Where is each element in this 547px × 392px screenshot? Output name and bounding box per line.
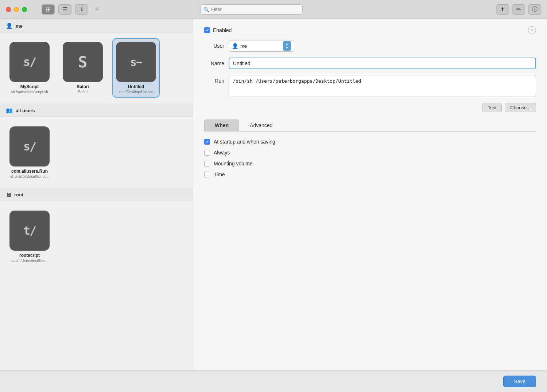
script-name-safari: Safari (77, 84, 89, 89)
section-header-allusers: 👥 all users (0, 103, 193, 117)
tab-advanced[interactable]: Advanced (239, 119, 283, 131)
script-item-comallusers[interactable]: s/ com.allusers.Run sh /usr/bin/local/sc… (6, 123, 53, 182)
detail-info-button[interactable]: ⓘ (528, 4, 541, 15)
name-field-label: Name (204, 60, 224, 66)
enabled-checkbox[interactable] (204, 27, 210, 33)
user-select[interactable]: 👤 me ▲ ▼ (229, 40, 294, 52)
main-layout: 👤 me s/ MyScript sh /opt/scripts/script.… (0, 19, 547, 370)
tabs-row: When Advanced (204, 119, 536, 132)
section-label-me: me (16, 23, 23, 29)
startup-label: At startup and when saving (214, 139, 275, 145)
persons-icon: 👥 (6, 107, 13, 114)
enabled-label: Enabled (213, 27, 232, 33)
script-icon-comallusers: s/ (9, 126, 50, 166)
enabled-left: Enabled (204, 27, 232, 33)
info-button[interactable]: ℹ (75, 4, 88, 15)
user-row: User 👤 me ▲ ▼ (204, 40, 536, 52)
mounting-label: Mounting volume (214, 161, 253, 166)
time-checkbox[interactable] (204, 172, 210, 177)
titlebar-right: ⬆ ✏ ⓘ (496, 4, 541, 15)
share-button[interactable]: ⬆ (496, 4, 509, 15)
startup-checkbox[interactable] (204, 139, 210, 145)
script-icon-myscript: s/ (9, 42, 50, 82)
script-path-myscript: sh /opt/scripts/script.sh (11, 90, 48, 94)
checkbox-row-startup: At startup and when saving (204, 139, 536, 145)
search-bar: 🔍 (201, 4, 303, 15)
save-button[interactable]: Save (503, 376, 536, 387)
run-textarea[interactable]: /bin/sh /Users/peterborgapps/Desktop/Unt… (229, 75, 536, 97)
always-checkbox[interactable] (204, 150, 210, 156)
search-icon: 🔍 (203, 7, 209, 12)
items-grid-me: s/ MyScript sh /opt/scripts/script.sh S … (0, 32, 193, 103)
time-label: Time (214, 172, 225, 177)
script-item-safari[interactable]: S Safari Safari (59, 38, 106, 98)
name-row: Name (204, 58, 536, 69)
script-item-rootscript[interactable]: t/ rootscript touch /Users/test/Des... (6, 207, 53, 266)
checkbox-row-mounting: Mounting volume (204, 161, 536, 166)
user-avatar-icon: 👤 (232, 43, 238, 49)
add-button[interactable]: + (92, 4, 102, 15)
maximize-button[interactable] (22, 7, 27, 12)
stepper-down-icon: ▼ (286, 46, 289, 50)
script-icon-untitled: s~ (116, 42, 156, 82)
mounting-checkbox[interactable] (204, 161, 210, 166)
script-name-untitled: Untitled (128, 84, 144, 89)
grid-icon: ⊞ (46, 6, 51, 13)
run-row: Run /bin/sh /Users/peterborgapps/Desktop… (204, 75, 536, 97)
share-icon: ⬆ (500, 6, 505, 13)
script-item-untitled[interactable]: s~ Untitled sh ~/Desktop/Untitled (112, 38, 160, 98)
help-button[interactable]: ? (528, 26, 536, 34)
script-name-rootscript: rootscript (19, 253, 40, 258)
run-buttons: Test Choose... (204, 103, 536, 112)
minimize-button[interactable] (14, 7, 19, 12)
script-path-untitled: sh ~/Desktop/Untitled (119, 90, 153, 94)
left-panel: 👤 me s/ MyScript sh /opt/scripts/script.… (0, 19, 193, 370)
tab-when[interactable]: When (204, 119, 239, 131)
checkbox-row-always: Always (204, 150, 536, 156)
enabled-row: Enabled ? (204, 26, 536, 34)
edit-button[interactable]: ✏ (512, 4, 525, 15)
choose-button[interactable]: Choose... (505, 103, 536, 112)
always-label: Always (214, 150, 230, 156)
items-grid-root: t/ rootscript touch /Users/test/Des... (0, 201, 193, 272)
close-button[interactable] (6, 7, 11, 12)
grid-view-button[interactable]: ⊞ (42, 4, 55, 15)
list-view-button[interactable]: ☰ (58, 4, 71, 15)
section-header-me: 👤 me (0, 19, 193, 32)
section-header-root: 🖥 root (0, 188, 193, 201)
user-field-label: User (204, 43, 224, 49)
right-panel: Enabled ? User 👤 me ▲ ▼ Name Run /bin/s (193, 19, 547, 370)
script-name-comallusers: com.allusers.Run (11, 169, 48, 174)
info-icon: ℹ (81, 7, 83, 12)
checkbox-row-time: Time (204, 172, 536, 177)
script-item-myscript[interactable]: s/ MyScript sh /opt/scripts/script.sh (6, 38, 53, 98)
section-label-root: root (14, 192, 23, 197)
test-button[interactable]: Test (482, 103, 502, 112)
traffic-lights (6, 7, 27, 12)
titlebar: ⊞ ☰ ℹ + 🔍 ⬆ ✏ ⓘ (0, 0, 547, 19)
search-input[interactable] (201, 4, 303, 15)
run-field-label: Run (204, 78, 224, 84)
section-label-allusers: all users (16, 108, 35, 113)
items-grid-allusers: s/ com.allusers.Run sh /usr/bin/local/sc… (0, 117, 193, 188)
script-path-comallusers: sh /usr/bin/local/script... (11, 175, 49, 179)
pencil-icon: ✏ (516, 6, 521, 13)
name-input[interactable] (229, 58, 536, 69)
script-icon-safari: S (63, 42, 103, 82)
script-path-rootscript: touch /Users/test/Des... (11, 259, 49, 263)
script-name-myscript: MyScript (20, 84, 39, 89)
script-icon-rootscript: t/ (9, 211, 50, 251)
person-icon: 👤 (6, 23, 13, 29)
user-stepper[interactable]: ▲ ▼ (283, 41, 291, 51)
script-path-safari: Safari (78, 90, 88, 94)
user-select-value: me (240, 43, 281, 49)
monitor-icon: 🖥 (6, 192, 11, 198)
bottom-bar: Save (0, 370, 547, 392)
circle-info-icon: ⓘ (532, 6, 538, 13)
stepper-up-icon: ▲ (286, 43, 289, 46)
list-icon: ☰ (62, 6, 67, 13)
